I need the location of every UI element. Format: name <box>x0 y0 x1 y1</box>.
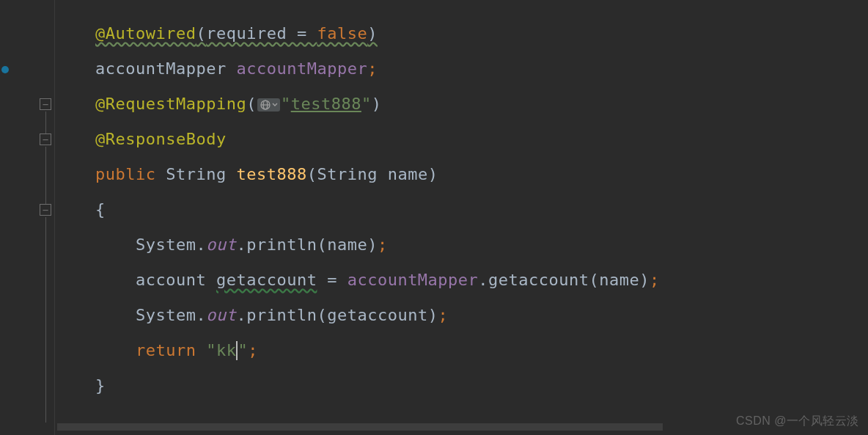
editor-gutter <box>0 0 55 435</box>
fold-toggle-icon[interactable] <box>40 98 51 110</box>
field-ref: accountMapper <box>347 271 479 289</box>
string-quote: " <box>361 95 372 113</box>
param: required <box>206 24 287 43</box>
sp <box>155 165 166 183</box>
paren: ) <box>372 95 382 113</box>
type-name: accountMapper <box>95 59 236 78</box>
gutter-indicator-icon <box>1 66 9 73</box>
variable: getaccount <box>216 271 317 289</box>
field-out: out <box>206 235 236 254</box>
class-system: System <box>136 306 196 324</box>
indent <box>95 271 136 289</box>
code-line[interactable]: public String test888(String name) <box>95 157 868 192</box>
paren: ( <box>196 24 206 43</box>
globe-icon[interactable] <box>257 98 280 112</box>
brace-open: { <box>95 200 106 219</box>
param-type: String <box>317 165 377 183</box>
paren: ( <box>246 95 257 113</box>
horizontal-scrollbar[interactable] <box>57 423 663 431</box>
argument: getaccount <box>327 306 427 324</box>
fold-guide <box>45 147 46 210</box>
sp <box>378 165 388 183</box>
equals: = <box>317 271 347 289</box>
class-system: System <box>136 235 196 254</box>
fold-toggle-icon[interactable] <box>40 134 51 145</box>
paren: ( <box>589 271 600 289</box>
method-println: println <box>246 235 317 254</box>
indent <box>95 235 136 254</box>
url-mapping-link[interactable]: test888 <box>291 95 361 113</box>
method-name: test888 <box>236 165 306 183</box>
equals: = <box>287 24 317 43</box>
param-name: name <box>388 165 428 183</box>
paren: ) <box>367 235 378 254</box>
watermark-text: CSDN @一个风轻云淡 <box>736 414 859 429</box>
field-out: out <box>206 306 236 324</box>
dot: . <box>478 271 488 289</box>
annotation-responsebody: @ResponseBody <box>95 130 227 148</box>
argument: name <box>327 235 367 254</box>
paren: ( <box>307 165 317 183</box>
code-line[interactable]: System.out.println(name); <box>95 227 868 263</box>
paren: ( <box>317 235 327 254</box>
code-line[interactable]: account getaccount = accountMapper.getac… <box>95 263 868 298</box>
code-line[interactable]: @RequestMapping("test888") <box>95 87 868 122</box>
annotation-autowired: @Autowired <box>95 24 196 43</box>
string-quote: " <box>281 95 291 113</box>
string-quote: " <box>206 341 216 359</box>
type-string: String <box>166 165 226 183</box>
variable: accountMapper <box>236 59 367 78</box>
paren: ) <box>639 271 650 289</box>
semicolon: ; <box>438 306 448 324</box>
type-name: account <box>136 271 216 289</box>
semicolon: ; <box>650 271 660 289</box>
sp <box>196 341 206 359</box>
code-line[interactable]: { <box>95 192 868 227</box>
keyword-public: public <box>95 165 155 183</box>
sp <box>227 165 237 183</box>
method-println: println <box>246 306 317 324</box>
brace-close: } <box>95 376 106 395</box>
code-line[interactable]: System.out.println(getaccount); <box>95 298 868 333</box>
code-line[interactable]: accountMapper accountMapper; <box>95 51 868 87</box>
fold-toggle-icon[interactable] <box>40 204 51 216</box>
method-call: getaccount <box>488 271 589 289</box>
keyword-return: return <box>136 341 196 359</box>
paren: ) <box>367 24 378 43</box>
code-line[interactable]: @ResponseBody <box>95 122 868 157</box>
indent <box>95 341 136 359</box>
paren: ) <box>428 165 438 183</box>
semicolon: ; <box>248 341 258 359</box>
indent <box>95 306 136 324</box>
argument: name <box>599 271 639 289</box>
paren: ) <box>428 306 438 324</box>
dot: . <box>196 235 206 254</box>
dot: . <box>196 306 206 324</box>
paren: ( <box>317 306 327 324</box>
code-editor[interactable]: @Autowired(required = false) accountMapp… <box>0 0 868 435</box>
chevron-down-icon <box>272 102 278 108</box>
string-quote: " <box>238 341 248 359</box>
string-value: kk <box>216 341 237 359</box>
code-line[interactable]: @Autowired(required = false) <box>95 16 868 51</box>
code-content[interactable]: @Autowired(required = false) accountMapp… <box>55 0 868 435</box>
annotation-requestmapping: @RequestMapping <box>95 95 246 113</box>
code-line[interactable]: return "kk"; <box>95 333 868 368</box>
semicolon: ; <box>367 59 378 78</box>
keyword-false: false <box>317 24 367 43</box>
code-line[interactable]: } <box>95 368 868 403</box>
fold-guide <box>45 217 46 423</box>
semicolon: ; <box>378 235 388 254</box>
dot: . <box>236 306 246 324</box>
dot: . <box>236 235 246 254</box>
